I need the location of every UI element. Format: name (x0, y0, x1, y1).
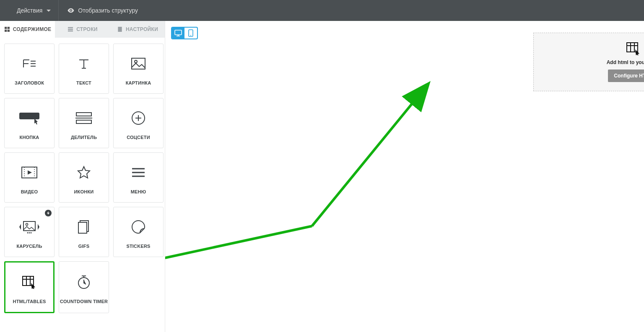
carousel-icon (19, 215, 39, 239)
sidebar-tabs: СОДЕРЖИМОЕ СТРОКИ НАСТРОЙКИ (0, 21, 165, 38)
divider-icon (75, 106, 93, 130)
tab-content[interactable]: СОДЕРЖИМОЕ (0, 21, 55, 38)
device-mobile-button[interactable] (184, 28, 197, 39)
actions-dropdown[interactable]: Действия (5, 0, 59, 21)
svg-point-8 (26, 223, 28, 225)
text-icon (77, 52, 91, 75)
block-html-tables-label: HTML/TABLES (13, 299, 46, 304)
content-blocks-grid: ЗАГОЛОВОК ТЕКСТ КАРТИНКА КНОПКА (0, 38, 165, 319)
configure-html-button[interactable]: Configure HTML (608, 69, 644, 82)
block-video-label: ВИДЕО (21, 189, 38, 195)
block-text[interactable]: ТЕКСТ (59, 44, 109, 94)
block-stickers-label: STICKERS (126, 244, 150, 249)
block-image[interactable]: КАРТИНКА (113, 44, 164, 94)
desktop-icon (174, 30, 182, 36)
block-button[interactable]: КНОПКА (4, 98, 55, 148)
canvas: Add html to your letter Configure HTML (165, 21, 644, 332)
svg-point-10 (29, 232, 30, 233)
countdown-icon (77, 270, 91, 294)
svg-rect-2 (19, 113, 39, 119)
tab-settings-label: НАСТРОЙКИ (126, 26, 158, 32)
tab-rows[interactable]: СТРОКИ (55, 21, 110, 38)
block-gifs[interactable]: GIFS (59, 207, 109, 257)
block-divider-label: ДЕЛИТЕЛЬ (71, 135, 97, 140)
svg-rect-4 (76, 120, 91, 124)
block-divider[interactable]: ДЕЛИТЕЛЬ (59, 98, 109, 148)
image-icon (131, 52, 146, 75)
block-html-tables[interactable]: HTML/TABLES (4, 261, 55, 313)
block-countdown-label: COUNTDOWN TIMER (60, 299, 108, 304)
social-icon (131, 106, 145, 130)
gifs-icon (77, 215, 91, 239)
block-icons[interactable]: ИКОНКИ (59, 152, 109, 203)
chevron-down-icon (47, 10, 51, 12)
block-button-label: КНОПКА (20, 135, 39, 140)
svg-point-18 (190, 35, 191, 36)
block-menu[interactable]: МЕНЮ (113, 152, 164, 203)
block-countdown[interactable]: COUNTDOWN TIMER (59, 261, 109, 313)
svg-point-1 (135, 60, 137, 63)
block-carousel[interactable]: КАРУСЕЛЬ (4, 207, 55, 257)
block-carousel-label: КАРУСЕЛЬ (16, 244, 42, 249)
star-icon (77, 161, 91, 184)
heading-icon (21, 52, 38, 75)
svg-rect-0 (132, 58, 145, 69)
svg-point-11 (31, 232, 32, 233)
menu-icon (131, 161, 145, 184)
doc-icon (117, 26, 123, 33)
block-image-label: КАРТИНКА (126, 80, 151, 86)
grid-icon (4, 26, 10, 33)
sidebar: СОДЕРЖИМОЕ СТРОКИ НАСТРОЙКИ ЗАГОЛОВОК (0, 21, 165, 332)
mobile-icon (188, 29, 193, 37)
svg-rect-13 (78, 222, 87, 233)
tab-rows-label: СТРОКИ (76, 26, 98, 32)
rows-icon (67, 26, 74, 33)
video-icon (21, 161, 38, 184)
bolt-badge-icon (45, 210, 52, 216)
block-stickers[interactable]: STICKERS (113, 207, 164, 257)
tab-content-label: СОДЕРЖИМОЕ (13, 26, 52, 32)
device-switch (171, 27, 198, 39)
html-block-hint: Add html to your letter (607, 59, 644, 65)
block-social[interactable]: СОЦСЕТИ (113, 98, 164, 148)
block-heading-label: ЗАГОЛОВОК (15, 80, 44, 86)
block-text-label: ТЕКСТ (76, 80, 91, 86)
show-structure-label: Отобразить структуру (78, 7, 138, 14)
html-tables-icon (22, 270, 37, 294)
block-gifs-label: GIFS (78, 244, 89, 249)
tab-settings[interactable]: НАСТРОЙКИ (110, 21, 165, 38)
sticker-icon (131, 215, 145, 239)
show-structure-button[interactable]: Отобразить структуру (59, 7, 138, 14)
toolbar: Действия Отобразить структуру (0, 0, 644, 21)
eye-icon (67, 7, 75, 14)
svg-rect-16 (175, 30, 182, 35)
device-desktop-button[interactable] (172, 28, 184, 39)
block-heading[interactable]: ЗАГОЛОВОК (4, 44, 55, 94)
block-social-label: СОЦСЕТИ (127, 135, 150, 140)
block-video[interactable]: ВИДЕО (4, 152, 55, 203)
button-icon (18, 106, 40, 130)
svg-rect-3 (76, 113, 91, 116)
block-icons-label: ИКОНКИ (74, 189, 94, 195)
block-menu-label: МЕНЮ (131, 189, 146, 195)
html-tables-icon (626, 42, 641, 55)
actions-label: Действия (17, 7, 42, 14)
html-dropzone[interactable]: Add html to your letter Configure HTML (533, 33, 644, 91)
svg-point-9 (27, 232, 29, 233)
